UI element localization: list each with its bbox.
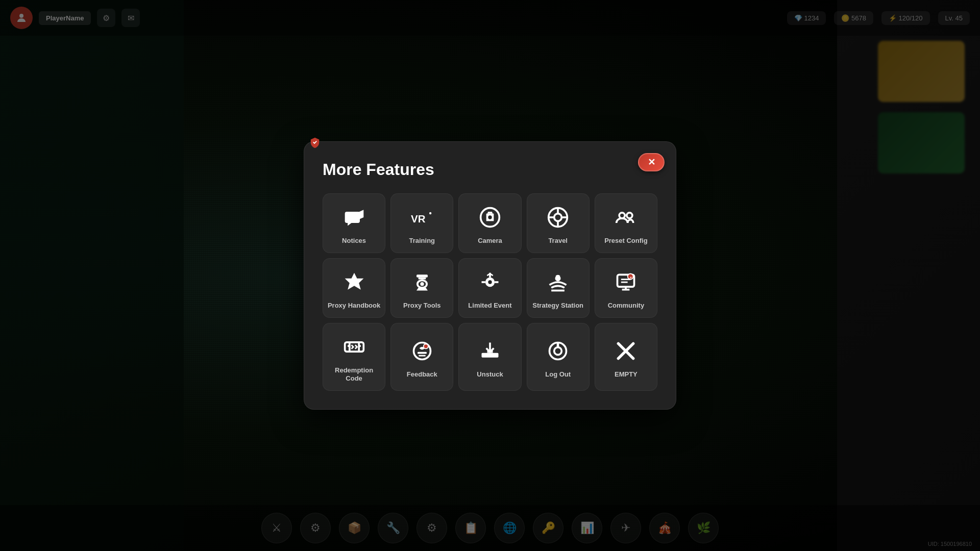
svg-point-36 xyxy=(424,344,428,348)
svg-point-23 xyxy=(488,280,492,284)
svg-rect-16 xyxy=(418,277,426,279)
svg-point-27 xyxy=(555,276,561,281)
feature-notices[interactable]: Notices xyxy=(323,193,385,253)
feature-unstuck[interactable]: Unstuck xyxy=(458,323,521,391)
modal-overlay: More Features ✕ Notices xyxy=(0,0,980,551)
shield-badge xyxy=(309,137,321,151)
svg-point-7 xyxy=(554,213,562,221)
svg-text:VR: VR xyxy=(411,212,426,224)
modal-title: More Features xyxy=(323,160,657,179)
feature-strategy-station[interactable]: Strategy Station xyxy=(527,258,590,318)
feature-community[interactable]: ↗ Community xyxy=(595,258,657,318)
unstuck-label: Unstuck xyxy=(477,370,503,379)
svg-text:↗: ↗ xyxy=(629,275,632,280)
close-icon: ✕ xyxy=(648,157,655,168)
svg-marker-14 xyxy=(345,272,363,289)
close-button[interactable]: ✕ xyxy=(638,153,665,171)
more-features-modal: More Features ✕ Notices xyxy=(304,141,676,410)
preset-config-label: Preset Config xyxy=(604,237,648,245)
feature-limited-event[interactable]: Limited Event xyxy=(458,258,521,318)
feature-preset-config[interactable]: Preset Config xyxy=(595,193,657,253)
svg-point-40 xyxy=(554,347,562,355)
svg-rect-37 xyxy=(481,353,498,358)
training-label: Training xyxy=(409,237,435,245)
empty-label: EMPTY xyxy=(615,370,638,379)
svg-point-3 xyxy=(429,212,431,214)
feature-log-out[interactable]: Log Out xyxy=(527,323,590,391)
camera-icon xyxy=(476,203,504,232)
feature-feedback[interactable]: Feedback xyxy=(390,323,453,391)
limited-event-icon xyxy=(476,268,504,296)
log-out-label: Log Out xyxy=(545,370,571,379)
feature-travel[interactable]: Travel xyxy=(527,193,590,253)
community-icon: ↗ xyxy=(611,268,640,296)
proxy-tools-label: Proxy Tools xyxy=(403,302,440,310)
proxy-handbook-label: Proxy Handbook xyxy=(328,302,380,310)
strategy-station-icon xyxy=(544,268,572,296)
preset-config-icon xyxy=(611,203,640,232)
feature-proxy-handbook[interactable]: Proxy Handbook xyxy=(323,258,385,318)
svg-rect-38 xyxy=(487,350,493,353)
redemption-code-label: Redemption Code xyxy=(327,366,381,384)
feature-camera[interactable]: Camera xyxy=(458,193,521,253)
log-out-icon xyxy=(544,337,572,365)
svg-point-13 xyxy=(627,213,632,218)
feedback-icon xyxy=(408,337,436,365)
notices-label: Notices xyxy=(342,237,366,245)
feature-redemption-code[interactable]: Redemption Code xyxy=(323,323,385,391)
proxy-tools-icon xyxy=(408,268,436,296)
limited-event-label: Limited Event xyxy=(468,302,511,310)
training-icon: VR xyxy=(408,203,436,232)
svg-rect-15 xyxy=(416,274,428,278)
feature-empty[interactable]: EMPTY xyxy=(595,323,657,391)
community-label: Community xyxy=(608,302,645,310)
notices-icon xyxy=(340,203,369,232)
travel-label: Travel xyxy=(548,237,568,245)
redemption-code-icon xyxy=(340,333,369,361)
features-grid: Notices VR Training xyxy=(323,193,657,391)
proxy-handbook-icon xyxy=(340,268,369,296)
camera-label: Camera xyxy=(478,237,502,245)
strategy-station-label: Strategy Station xyxy=(532,302,583,310)
svg-point-18 xyxy=(420,282,424,286)
svg-point-5 xyxy=(488,215,492,219)
feedback-label: Feedback xyxy=(407,370,437,379)
empty-icon xyxy=(611,337,640,365)
feature-proxy-tools[interactable]: Proxy Tools xyxy=(390,258,453,318)
unstuck-icon xyxy=(476,337,504,365)
travel-icon xyxy=(544,203,572,232)
feature-training[interactable]: VR Training xyxy=(390,193,453,253)
